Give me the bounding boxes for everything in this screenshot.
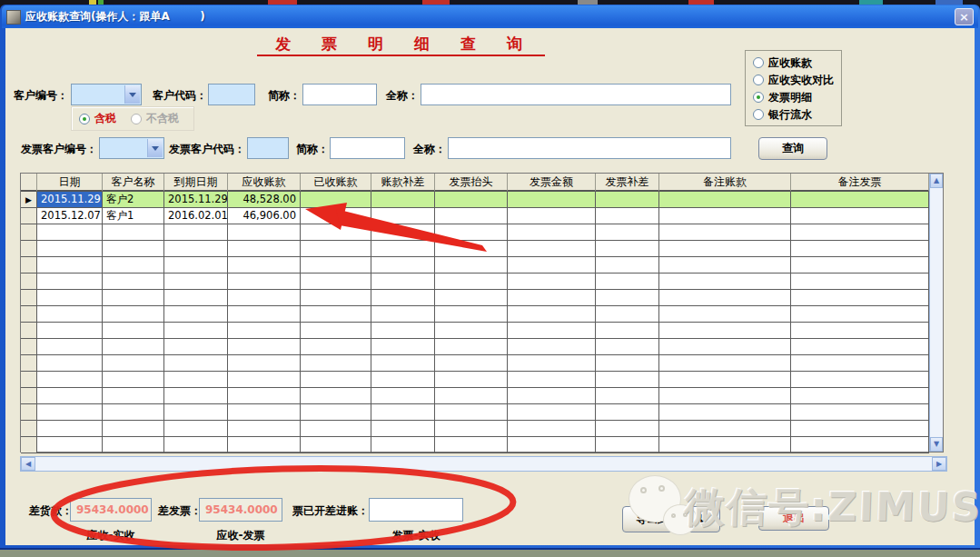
table-cell[interactable] [228,355,301,372]
table-cell[interactable] [508,323,596,339]
table-cell[interactable] [435,339,508,355]
table-cell[interactable] [791,257,929,274]
table-cell[interactable] [301,355,371,372]
table-cell[interactable] [301,257,371,274]
invoiced-diff-field[interactable] [369,498,463,522]
table-cell[interactable]: 2015.11.29 [37,192,103,208]
table-cell[interactable] [508,208,596,224]
table-cell[interactable] [103,224,164,241]
table-cell[interactable] [301,404,371,421]
table-cell[interactable] [301,208,371,224]
column-header[interactable]: 发票补差 [596,174,659,192]
table-cell[interactable] [435,388,508,404]
table-cell[interactable] [659,274,791,290]
report-type-receivable[interactable]: 应收账款 [753,55,841,72]
table-cell[interactable] [164,257,228,274]
table-cell[interactable] [791,208,929,224]
table-cell[interactable] [508,241,596,257]
table-cell[interactable] [37,323,103,339]
table-cell[interactable] [435,404,508,421]
close-button[interactable]: × [955,8,974,25]
table-cell[interactable] [371,388,435,404]
horizontal-scrollbar[interactable]: ◀ ▶ [20,456,947,472]
table-cell[interactable] [508,274,596,290]
table-cell[interactable] [371,274,435,290]
scroll-right-icon[interactable]: ▶ [932,457,946,471]
chevron-down-icon[interactable] [147,139,163,157]
table-cell[interactable] [791,274,929,290]
table-cell[interactable] [508,290,596,306]
table-cell[interactable] [791,437,929,453]
table-cell[interactable] [228,404,301,421]
table-cell[interactable]: 2015.12.07 [37,208,103,224]
row-selector[interactable] [21,323,37,339]
table-cell[interactable] [301,192,371,208]
row-selector[interactable] [21,355,37,372]
column-header[interactable]: 到期日期 [164,174,228,192]
table-row[interactable] [21,404,929,421]
table-cell[interactable] [103,437,164,453]
row-selector[interactable] [21,372,37,388]
row-selector[interactable] [21,404,37,421]
vertical-scrollbar[interactable]: ▲ ▼ [929,174,943,452]
table-cell[interactable]: 客户2 [103,192,164,208]
table-cell[interactable] [508,355,596,372]
table-row[interactable] [21,224,929,241]
table-cell[interactable] [596,241,659,257]
table-cell[interactable] [37,274,103,290]
table-cell[interactable] [435,306,508,323]
table-cell[interactable] [228,437,301,453]
table-cell[interactable] [508,257,596,274]
table-cell[interactable] [596,339,659,355]
table-cell[interactable] [371,192,435,208]
table-cell[interactable] [659,257,791,274]
table-cell[interactable] [659,241,791,257]
table-cell[interactable] [301,306,371,323]
diff-goods-field[interactable]: 95434.0000 [70,498,152,522]
table-cell[interactable] [435,224,508,241]
table-cell[interactable] [596,323,659,339]
table-cell[interactable] [659,372,791,388]
row-selector[interactable] [21,208,37,224]
table-cell[interactable] [659,355,791,372]
table-cell[interactable] [435,421,508,437]
table-cell[interactable] [371,372,435,388]
scroll-left-icon[interactable]: ◀ [21,457,35,471]
table-cell[interactable] [37,339,103,355]
table-cell[interactable] [659,339,791,355]
table-cell[interactable] [164,274,228,290]
table-cell[interactable] [596,290,659,306]
table-cell[interactable] [103,355,164,372]
table-row[interactable] [21,290,929,306]
row-selector[interactable] [21,224,37,241]
table-cell[interactable] [791,421,929,437]
table-cell[interactable] [371,355,435,372]
table-cell[interactable] [371,306,435,323]
table-cell[interactable] [228,323,301,339]
table-row[interactable] [21,323,929,339]
table-cell[interactable] [103,257,164,274]
row-selector[interactable] [21,339,37,355]
table-cell[interactable] [301,323,371,339]
table-cell[interactable] [659,388,791,404]
table-cell[interactable] [791,323,929,339]
column-header[interactable]: 备注账款 [659,174,791,192]
table-cell[interactable] [791,388,929,404]
table-row[interactable] [21,421,929,437]
table-cell[interactable] [791,290,929,306]
row-selector[interactable] [21,306,37,323]
diff-invoice-field[interactable]: 95434.0000 [199,498,282,522]
table-cell[interactable] [164,421,228,437]
column-header[interactable]: 客户名称 [103,174,164,192]
table-cell[interactable] [508,421,596,437]
table-cell[interactable] [103,323,164,339]
table-cell[interactable] [596,404,659,421]
table-cell[interactable] [435,355,508,372]
table-row[interactable] [21,388,929,404]
column-header[interactable]: 账款补差 [371,174,435,192]
chevron-down-icon[interactable] [124,85,140,104]
table-cell[interactable]: 2015.11.29 [164,192,228,208]
column-header[interactable]: 备注发票 [791,174,929,192]
report-type-invoice-detail[interactable]: 发票明细 [753,89,841,106]
table-cell[interactable] [596,192,659,208]
